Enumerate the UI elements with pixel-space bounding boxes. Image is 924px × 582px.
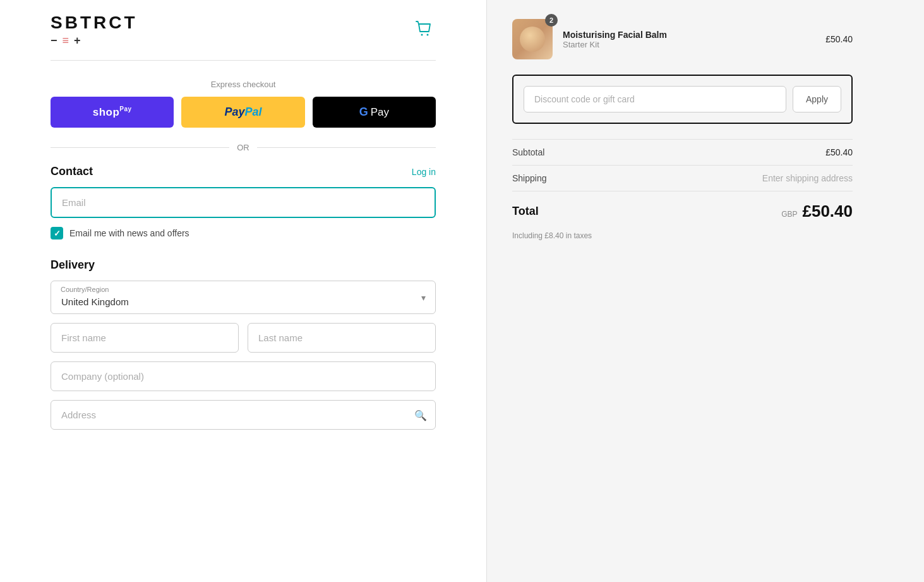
- total-row: Total GBP £50.40: [512, 191, 853, 231]
- delivery-header: Delivery: [51, 258, 436, 272]
- cart-icon: [416, 20, 433, 38]
- gpay-pay-text: Pay: [371, 106, 389, 119]
- address-wrapper: 🔍: [51, 400, 436, 430]
- apply-button[interactable]: Apply: [793, 86, 841, 112]
- check-icon: ✓: [54, 229, 61, 238]
- express-checkout-section: Express checkout shopPay PayPal G Pay: [51, 80, 436, 128]
- total-amount: £50.40: [802, 202, 853, 221]
- company-wrapper: [51, 361, 436, 391]
- product-img-inner: [520, 27, 545, 52]
- contact-header: Contact Log in: [51, 165, 436, 178]
- subtotal-row: Subtotal £50.40: [512, 139, 853, 165]
- newsletter-row: ✓ Email me with news and offers: [51, 227, 436, 239]
- first-name-field[interactable]: [51, 323, 239, 353]
- name-row: [51, 323, 436, 353]
- gpay-button[interactable]: G Pay: [313, 97, 436, 128]
- log-in-link[interactable]: Log in: [412, 167, 436, 177]
- country-label: Country/Region: [61, 286, 109, 293]
- product-name: Moisturising Facial Balm: [563, 30, 815, 40]
- delivery-title: Delivery: [51, 258, 95, 272]
- last-name-field[interactable]: [248, 323, 436, 353]
- svg-point-1: [427, 34, 429, 36]
- site-header: SBTRCT − ≡ +: [51, 0, 436, 61]
- contact-title: Contact: [51, 165, 93, 178]
- cart-button[interactable]: [413, 18, 436, 42]
- express-checkout-label: Express checkout: [51, 80, 436, 89]
- total-label: Total: [512, 205, 539, 218]
- shipping-label: Shipping: [512, 173, 547, 183]
- company-field[interactable]: [51, 361, 436, 391]
- product-quantity-badge: 2: [545, 14, 558, 27]
- g-icon: G: [359, 106, 368, 119]
- newsletter-label: Email me with news and offers: [69, 228, 189, 238]
- express-buttons-group: shopPay PayPal G Pay: [51, 97, 436, 128]
- discount-section: Apply: [512, 75, 853, 124]
- shop-pay-label: shopPay: [93, 106, 132, 119]
- product-image-wrapper: 2: [512, 19, 553, 59]
- logo: SBTRCT − ≡ +: [51, 13, 138, 47]
- tax-note: Including £8.40 in taxes: [512, 231, 853, 245]
- total-right: GBP £50.40: [781, 202, 853, 221]
- address-field[interactable]: [51, 400, 436, 430]
- product-info: Moisturising Facial Balm Starter Kit: [563, 30, 815, 49]
- paypal-label: PayPal: [224, 106, 261, 119]
- logo-minus: −: [51, 34, 57, 47]
- product-variant: Starter Kit: [563, 40, 815, 49]
- total-currency: GBP: [781, 210, 797, 219]
- country-select-wrapper: Country/Region United Kingdom ▾: [51, 281, 436, 314]
- subtotal-value: £50.40: [825, 147, 853, 157]
- shipping-row: Shipping Enter shipping address: [512, 165, 853, 191]
- svg-point-0: [421, 34, 423, 36]
- subtotal-label: Subtotal: [512, 147, 544, 157]
- email-field[interactable]: [51, 187, 436, 218]
- contact-section: Contact Log in ✓ Email me with news and …: [51, 165, 436, 239]
- shop-pay-button[interactable]: shopPay: [51, 97, 174, 128]
- logo-equals: ≡: [63, 34, 69, 47]
- or-divider: OR: [51, 143, 436, 152]
- product-item: 2 Moisturising Facial Balm Starter Kit £…: [512, 19, 853, 59]
- discount-input[interactable]: [524, 86, 786, 112]
- product-image: [512, 19, 553, 59]
- paypal-button[interactable]: PayPal: [181, 97, 304, 128]
- order-summary-panel: 2 Moisturising Facial Balm Starter Kit £…: [486, 0, 878, 582]
- logo-symbols: − ≡ +: [51, 34, 138, 47]
- newsletter-checkbox[interactable]: ✓: [51, 227, 63, 239]
- shipping-value: Enter shipping address: [762, 173, 853, 183]
- delivery-section: Delivery Country/Region United Kingdom ▾…: [51, 258, 436, 430]
- logo-plus: +: [74, 34, 81, 47]
- logo-text: SBTRCT: [51, 13, 138, 33]
- product-price: £50.40: [825, 34, 853, 44]
